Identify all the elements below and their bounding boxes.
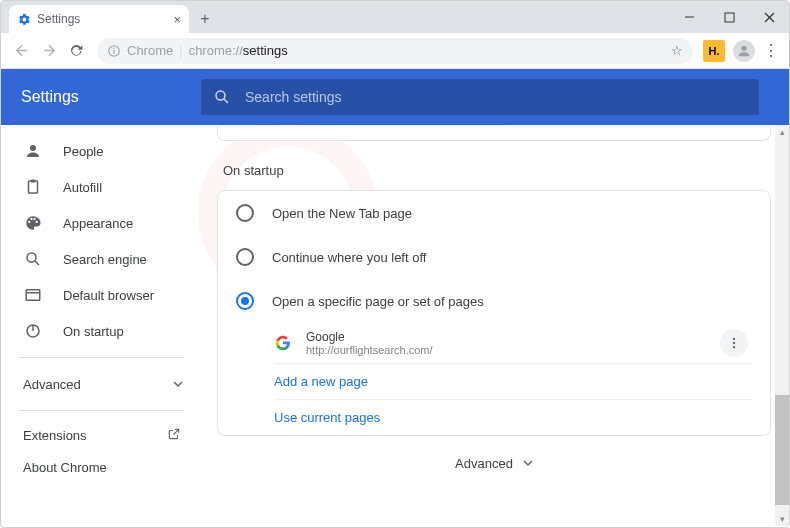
scrollbar-track[interactable]: ▴ ▾ [775,125,789,526]
sidebar-item-label: Default browser [63,288,154,303]
scroll-down-button[interactable]: ▾ [775,512,789,526]
add-new-page-link[interactable]: Add a new page [218,364,770,399]
omnibox[interactable]: Chrome | chrome://settings ☆ [97,38,693,64]
startup-option-specific-pages[interactable]: Open a specific page or set of pages [218,279,770,323]
clipboard-icon [23,177,43,197]
sidebar-item-default-browser[interactable]: Default browser [1,277,211,313]
svg-point-10 [30,145,36,151]
svg-rect-11 [29,181,38,193]
sidebar-extensions-link[interactable]: Extensions [1,419,211,451]
browser-menu-button[interactable]: ⋮ [759,41,783,60]
page-title: Settings [21,88,201,106]
sidebar-advanced-label: Advanced [23,377,81,392]
sidebar-item-label: On startup [63,324,124,339]
radio-label: Open a specific page or set of pages [272,294,484,309]
power-icon [23,321,43,341]
url-protocol: Chrome [127,43,173,58]
advanced-label: Advanced [455,456,513,471]
settings-main: On startup Open the New Tab page Continu… [211,125,789,528]
startup-card: Open the New Tab page Continue where you… [217,190,771,436]
minimize-button[interactable] [669,1,709,33]
close-window-button[interactable] [749,1,789,33]
sidebar-item-people[interactable]: People [1,133,211,169]
browser-tab[interactable]: Settings × [9,5,189,33]
svg-rect-6 [113,47,114,48]
search-input[interactable] [245,89,747,105]
svg-rect-5 [113,49,114,53]
person-icon [23,141,43,161]
radio-button[interactable] [236,204,254,222]
startup-option-new-tab[interactable]: Open the New Tab page [218,191,770,235]
sidebar-about-label: About Chrome [23,460,107,475]
scroll-up-button[interactable]: ▴ [775,125,789,139]
info-icon [107,44,121,58]
more-vert-icon [727,336,741,350]
gear-icon [17,12,31,26]
google-favicon-icon [274,334,292,352]
section-title-on-startup: On startup [223,163,771,178]
address-bar: Chrome | chrome://settings ☆ H. ⋮ [1,33,789,69]
radio-label: Continue where you left off [272,250,426,265]
svg-rect-12 [31,180,36,183]
svg-point-8 [216,91,225,100]
svg-line-9 [224,99,228,103]
radio-label: Open the New Tab page [272,206,412,221]
startup-page-url: http://ourflightsearch.com/ [306,344,720,356]
close-icon[interactable]: × [173,12,181,27]
chevron-down-icon [523,456,533,471]
reload-button[interactable] [63,37,91,65]
svg-point-19 [733,338,735,340]
forward-button[interactable] [35,37,63,65]
sidebar-advanced-toggle[interactable]: Advanced [1,366,211,402]
maximize-button[interactable] [709,1,749,33]
settings-header: Settings [1,69,789,125]
search-icon [213,88,231,106]
sidebar-item-appearance[interactable]: Appearance [1,205,211,241]
startup-page-entry: Google http://ourflightsearch.com/ [218,323,770,363]
settings-sidebar: People Autofill Appearance Search engine… [1,125,211,528]
browser-icon [23,285,43,305]
radio-button-selected[interactable] [236,292,254,310]
scrollbar-thumb[interactable] [775,395,789,505]
profile-avatar[interactable] [733,40,755,62]
tab-title: Settings [37,12,173,26]
startup-page-name: Google [306,330,720,344]
sidebar-about-link[interactable]: About Chrome [1,451,211,483]
svg-point-7 [741,45,746,50]
chevron-down-icon [173,377,183,392]
sidebar-item-search-engine[interactable]: Search engine [1,241,211,277]
bookmark-star-icon[interactable]: ☆ [671,43,683,58]
sidebar-item-label: Autofill [63,180,102,195]
sidebar-item-label: Appearance [63,216,133,231]
sidebar-item-on-startup[interactable]: On startup [1,313,211,349]
svg-rect-15 [26,290,40,301]
sidebar-item-autofill[interactable]: Autofill [1,169,211,205]
url-path: settings [243,43,288,58]
svg-point-13 [27,253,36,262]
palette-icon [23,213,43,233]
previous-card-edge [217,125,771,141]
sidebar-extensions-label: Extensions [23,428,87,443]
url-host: chrome:// [189,43,243,58]
advanced-expand-button[interactable]: Advanced [217,456,771,471]
search-icon [23,249,43,269]
svg-point-20 [733,342,735,344]
use-current-pages-link[interactable]: Use current pages [218,400,770,435]
sidebar-item-label: Search engine [63,252,147,267]
svg-line-14 [35,261,39,265]
startup-option-continue[interactable]: Continue where you left off [218,235,770,279]
svg-point-21 [733,346,735,348]
page-entry-menu-button[interactable] [720,329,748,357]
external-link-icon [167,427,181,444]
search-settings-field[interactable] [201,79,759,115]
svg-rect-1 [725,13,734,22]
sidebar-item-label: People [63,144,103,159]
radio-button[interactable] [236,248,254,266]
window-titlebar: Settings × + [1,1,789,33]
extension-badge[interactable]: H. [703,40,725,62]
back-button[interactable] [7,37,35,65]
new-tab-button[interactable]: + [193,7,217,31]
